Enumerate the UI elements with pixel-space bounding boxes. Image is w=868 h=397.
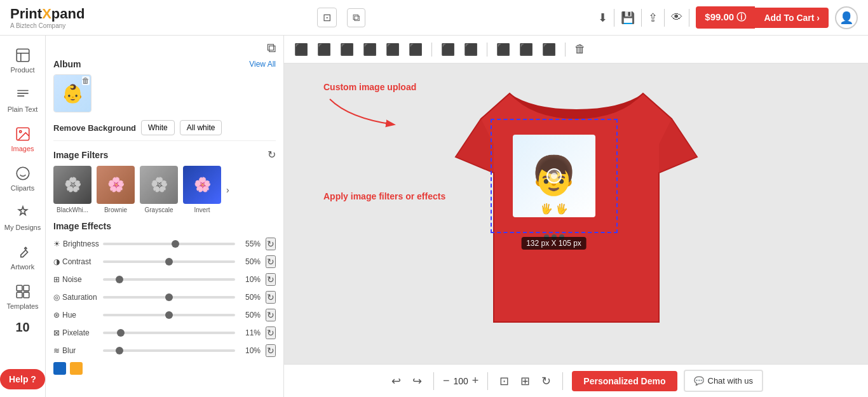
sidebar-label-product: Product: [11, 66, 35, 74]
brightness-reset-btn[interactable]: ↻: [266, 238, 276, 250]
pixelate-slider[interactable]: [103, 332, 235, 334]
zoom-in-btn[interactable]: +: [472, 374, 479, 387]
svg-rect-6: [17, 285, 22, 291]
blur-label: ≋ Blur: [53, 346, 98, 355]
saturation-value: 50%: [240, 293, 261, 302]
saturation-reset-btn[interactable]: ↻: [266, 291, 276, 304]
blur-reset-btn[interactable]: ↻: [266, 344, 276, 357]
bg-allwhite-btn[interactable]: All white: [180, 120, 222, 135]
header-right: ⬇ 💾 ⇪ 👁 $99.00 ⓘ Add To Cart › 👤: [598, 6, 858, 29]
grid-btn[interactable]: ⊞: [518, 372, 532, 391]
swatch-yellow[interactable]: [70, 362, 83, 375]
sidebar-item-images[interactable]: Images: [0, 119, 45, 159]
svg-rect-8: [17, 292, 22, 298]
hue-label: ⊛ Hue: [53, 311, 98, 320]
sidebar-item-artwork[interactable]: Artwork: [0, 238, 45, 277]
sidebar-item-product[interactable]: Product: [0, 41, 45, 80]
align-right-btn[interactable]: ⬛: [337, 41, 356, 58]
sidebar-label-templates: Templates: [6, 302, 38, 310]
contrast-reset-btn[interactable]: ↻: [266, 255, 276, 268]
album-image-1[interactable]: 👶 🗑: [53, 74, 92, 112]
blur-slider[interactable]: [103, 349, 235, 352]
add-to-cart-button[interactable]: Add To Cart ›: [755, 8, 829, 28]
bg-white-btn[interactable]: White: [141, 120, 175, 135]
copy-icon-btn[interactable]: ⧉: [347, 8, 365, 27]
distribute-v-btn[interactable]: ⬛: [461, 41, 480, 58]
sidebar-item-templates[interactable]: Templates: [0, 277, 45, 316]
layers-icon[interactable]: ⧉: [267, 41, 276, 55]
crop-btn[interactable]: ⬛: [517, 41, 536, 58]
filter-invert[interactable]: 🌸 Invert: [183, 166, 221, 213]
help-button[interactable]: Help ?: [0, 369, 45, 389]
align-middle-btn[interactable]: ⬛: [383, 41, 402, 58]
hue-reset-btn[interactable]: ↻: [266, 309, 276, 321]
size-badge: 132 px X 105 px: [521, 237, 587, 250]
brightness-label: ☀ Brightness: [53, 239, 98, 248]
pixelate-row: ⊠ Pixelate 11% ↻: [53, 326, 276, 339]
align-center-btn[interactable]: ⬛: [315, 41, 334, 58]
delete-image-icon[interactable]: 🗑: [82, 76, 90, 85]
user-avatar[interactable]: 👤: [835, 6, 858, 29]
save-icon[interactable]: 💾: [621, 11, 635, 25]
frame-icon-btn[interactable]: ⊡: [317, 8, 337, 27]
design-count: 10: [15, 320, 29, 335]
zoom-out-btn[interactable]: −: [443, 374, 450, 387]
filter-next-icon[interactable]: ›: [226, 185, 229, 195]
shirt-image-overlay[interactable]: 👦 🖐 🖐: [491, 119, 618, 233]
undo-btn[interactable]: ↩: [389, 372, 403, 391]
filter-grayscale[interactable]: 🌸 Grayscale: [140, 166, 178, 213]
pixelate-reset-btn[interactable]: ↻: [266, 326, 276, 339]
view-all-link[interactable]: View All: [249, 60, 276, 69]
tshirt-container[interactable]: 👦 🖐 🖐: [443, 68, 710, 360]
sidebar-label-cliparts: Cliparts: [11, 184, 34, 192]
filter-brownie[interactable]: 🌸 Brownie: [97, 166, 135, 213]
pixelate-value: 11%: [240, 328, 261, 337]
swatch-blue[interactable]: [53, 362, 66, 375]
redo-btn[interactable]: ↪: [410, 372, 424, 391]
svg-rect-0: [17, 49, 29, 62]
view-icon[interactable]: 👁: [671, 11, 682, 24]
align-top-btn[interactable]: ⬛: [360, 41, 379, 58]
move-handle[interactable]: [546, 168, 562, 184]
price-button[interactable]: $99.00 ⓘ: [696, 6, 755, 29]
toolbar-divider-1: [431, 43, 432, 57]
chat-label: Chat with us: [708, 376, 754, 386]
noise-reset-btn[interactable]: ↻: [266, 273, 276, 286]
share-icon[interactable]: ⇪: [648, 11, 658, 25]
brightness-slider[interactable]: [103, 243, 235, 245]
download-icon[interactable]: ⬇: [598, 11, 607, 25]
header-center-icons: ⊡ ⧉: [317, 8, 365, 27]
noise-slider[interactable]: [103, 278, 235, 281]
sidebar-item-plain-text[interactable]: Plain Text: [0, 80, 45, 119]
saturation-slider[interactable]: [103, 296, 235, 299]
remove-bg-section: Remove Background White All white: [53, 120, 276, 141]
filter-bw[interactable]: 🌸 BlackWhi...: [53, 166, 92, 213]
align-bottom-btn[interactable]: ⬛: [406, 41, 425, 58]
svg-rect-9: [24, 292, 29, 298]
header: PrintXpand A Biztech Company ⊡ ⧉ ⬇ 💾 ⇪ 👁…: [0, 0, 868, 36]
align-left-btn[interactable]: ⬛: [292, 41, 311, 58]
refresh-view-btn[interactable]: ↻: [539, 372, 553, 391]
delete-btn[interactable]: 🗑: [572, 41, 588, 57]
left-panel: ⧉ Album View All 👶 🗑 Remove Background W…: [46, 36, 284, 397]
sidebar-item-my-designs[interactable]: My Designs: [0, 198, 45, 238]
brightness-value: 55%: [240, 239, 261, 248]
saturation-row: ◎ Saturation 50% ↻: [53, 291, 276, 304]
frame-btn[interactable]: ⬛: [494, 41, 513, 58]
personalized-demo-button[interactable]: Personalized Demo: [572, 371, 677, 391]
bottom-divider-3: [562, 372, 563, 390]
distribute-h-btn[interactable]: ⬛: [438, 41, 458, 58]
hue-row: ⊛ Hue 50% ↻: [53, 309, 276, 321]
svg-point-10: [551, 173, 557, 179]
chat-button[interactable]: 💬 Chat with us: [684, 370, 764, 392]
flip-btn[interactable]: ⬛: [539, 41, 559, 58]
fit-btn[interactable]: ⊡: [497, 372, 512, 391]
color-swatches: [53, 362, 276, 375]
sidebar-item-cliparts[interactable]: Cliparts: [0, 159, 45, 198]
contrast-slider[interactable]: [103, 260, 235, 263]
hue-slider[interactable]: [103, 314, 235, 316]
logo-subtitle: A Biztech Company: [10, 22, 85, 29]
effects-title: Image Effects: [53, 221, 276, 231]
filters-title: Image Filters: [53, 150, 108, 160]
filters-refresh-btn[interactable]: ↻: [268, 149, 276, 161]
